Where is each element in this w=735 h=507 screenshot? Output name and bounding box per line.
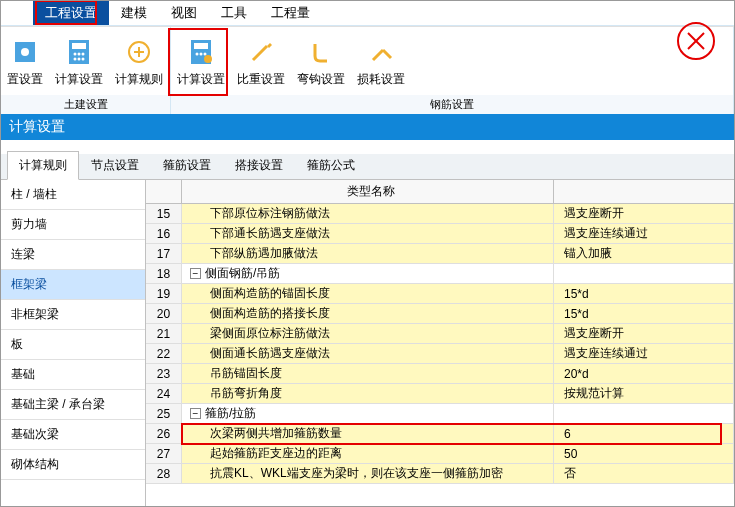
row-name: 吊筋弯折角度	[182, 384, 554, 403]
sidebar-item-foundation-main-beam[interactable]: 基础主梁 / 承台梁	[1, 390, 145, 420]
table-row[interactable]: 26次梁两侧共增加箍筋数量6	[146, 424, 734, 444]
row-value[interactable]: 50	[554, 444, 734, 463]
label: 损耗设置	[357, 71, 405, 88]
table-row[interactable]: 20侧面构造筋的搭接长度15*d	[146, 304, 734, 324]
row-value[interactable]: 遇支座断开	[554, 204, 734, 223]
table-row[interactable]: 25−箍筋/拉筋	[146, 404, 734, 424]
row-value[interactable]: 锚入加腋	[554, 244, 734, 263]
table-row[interactable]: 16下部通长筋遇支座做法遇支座连续通过	[146, 224, 734, 244]
table-row[interactable]: 17下部纵筋遇加腋做法锚入加腋	[146, 244, 734, 264]
label: 比重设置	[237, 71, 285, 88]
row-number: 15	[146, 204, 182, 223]
section-header: 计算设置	[1, 114, 734, 140]
rebar-calc-settings-button[interactable]: 计算设置	[171, 32, 231, 90]
grid-header: 类型名称	[146, 180, 734, 204]
table-row[interactable]: 23吊筋锚固长度20*d	[146, 364, 734, 384]
close-icon[interactable]	[676, 21, 716, 61]
ribbon: 置设置 计算设置 计算规则 土建设置 计算设置 比重设置	[1, 26, 734, 114]
menu-item-engineering-settings[interactable]: 工程设置	[33, 1, 109, 25]
row-value[interactable]: 遇支座连续通过	[554, 344, 734, 363]
row-number: 27	[146, 444, 182, 463]
row-number: 26	[146, 424, 182, 443]
tab-calc-rule[interactable]: 计算规则	[7, 151, 79, 180]
col-header-num	[146, 180, 182, 203]
menu-item-view[interactable]: 视图	[159, 1, 209, 25]
loss-settings-button[interactable]: 损耗设置	[351, 32, 411, 90]
sidebar-item-foundation[interactable]: 基础	[1, 360, 145, 390]
row-name: 下部原位标注钢筋做法	[182, 204, 554, 223]
row-name: 起始箍筋距支座边的距离	[182, 444, 554, 463]
row-value[interactable]: 遇支座连续通过	[554, 224, 734, 243]
row-name: 下部通长筋遇支座做法	[182, 224, 554, 243]
collapse-icon[interactable]: −	[190, 408, 201, 419]
svg-line-22	[253, 46, 267, 60]
weight-settings-button[interactable]: 比重设置	[231, 32, 291, 90]
settings-button[interactable]: 置设置	[1, 32, 49, 90]
sidebar-item-coupling-beam[interactable]: 连梁	[1, 240, 145, 270]
sidebar-item-masonry[interactable]: 砌体结构	[1, 450, 145, 480]
label: 计算设置	[55, 71, 103, 88]
menu-item-quantity[interactable]: 工程量	[259, 1, 322, 25]
row-value[interactable]: 15*d	[554, 284, 734, 303]
tabs: 计算规则 节点设置 箍筋设置 搭接设置 箍筋公式	[1, 154, 734, 180]
row-value[interactable]: 15*d	[554, 304, 734, 323]
svg-rect-17	[194, 43, 208, 49]
row-name: 侧面通长筋遇支座做法	[182, 344, 554, 363]
sidebar-item-frame-beam[interactable]: 框架梁	[1, 270, 145, 300]
label: 计算设置	[177, 71, 225, 88]
table-row[interactable]: 19侧面构造筋的锚固长度15*d	[146, 284, 734, 304]
label: 弯钩设置	[297, 71, 345, 88]
tab-lap-settings[interactable]: 搭接设置	[223, 151, 295, 180]
row-name: 吊筋锚固长度	[182, 364, 554, 383]
table-row[interactable]: 28抗震KL、WKL端支座为梁时，则在该支座一侧箍筋加密否	[146, 464, 734, 484]
col-header-name: 类型名称	[182, 180, 554, 203]
calc-settings-button[interactable]: 计算设置	[49, 32, 109, 90]
sidebar-item-foundation-secondary-beam[interactable]: 基础次梁	[1, 420, 145, 450]
row-value[interactable]	[554, 264, 734, 283]
row-name: 下部纵筋遇加腋做法	[182, 244, 554, 263]
table-row[interactable]: 22侧面通长筋遇支座做法遇支座连续通过	[146, 344, 734, 364]
row-value[interactable]: 否	[554, 464, 734, 483]
rule-icon	[123, 36, 155, 68]
row-name: −箍筋/拉筋	[182, 404, 554, 423]
col-header-value	[554, 180, 734, 203]
menu-item-tools[interactable]: 工具	[209, 1, 259, 25]
label: 置设置	[7, 71, 43, 88]
svg-line-24	[373, 50, 383, 60]
table-row[interactable]: 15下部原位标注钢筋做法遇支座断开	[146, 204, 734, 224]
hook-settings-button[interactable]: 弯钩设置	[291, 32, 351, 90]
table-row[interactable]: 24吊筋弯折角度按规范计算	[146, 384, 734, 404]
row-value[interactable]: 按规范计算	[554, 384, 734, 403]
content: 柱 / 墙柱 剪力墙 连梁 框架梁 非框架梁 板 基础 基础主梁 / 承台梁 基…	[1, 180, 734, 507]
loss-icon	[365, 36, 397, 68]
svg-point-20	[204, 53, 207, 56]
svg-point-19	[200, 53, 203, 56]
menu-item-modeling[interactable]: 建模	[109, 1, 159, 25]
tab-stirrup-formula[interactable]: 箍筋公式	[295, 151, 367, 180]
calc-icon	[63, 36, 95, 68]
sidebar-item-nonframe-beam[interactable]: 非框架梁	[1, 300, 145, 330]
sidebar: 柱 / 墙柱 剪力墙 连梁 框架梁 非框架梁 板 基础 基础主梁 / 承台梁 基…	[1, 180, 146, 507]
table-row[interactable]: 18−侧面钢筋/吊筋	[146, 264, 734, 284]
row-name: 抗震KL、WKL端支座为梁时，则在该支座一侧箍筋加密	[182, 464, 554, 483]
tab-stirrup-settings[interactable]: 箍筋设置	[151, 151, 223, 180]
table-row[interactable]: 27起始箍筋距支座边的距离50	[146, 444, 734, 464]
calc-rule-button[interactable]: 计算规则	[109, 32, 169, 90]
row-name: 次梁两侧共增加箍筋数量	[182, 424, 554, 443]
row-number: 23	[146, 364, 182, 383]
row-number: 19	[146, 284, 182, 303]
row-value[interactable]: 6	[554, 424, 734, 443]
row-value[interactable]	[554, 404, 734, 423]
svg-point-21	[204, 55, 212, 63]
collapse-icon[interactable]: −	[190, 268, 201, 279]
label: 计算规则	[115, 71, 163, 88]
row-name: 梁侧面原位标注筋做法	[182, 324, 554, 343]
sidebar-item-shearwall[interactable]: 剪力墙	[1, 210, 145, 240]
row-name: 侧面构造筋的锚固长度	[182, 284, 554, 303]
row-value[interactable]: 20*d	[554, 364, 734, 383]
row-value[interactable]: 遇支座断开	[554, 324, 734, 343]
table-row[interactable]: 21梁侧面原位标注筋做法遇支座断开	[146, 324, 734, 344]
sidebar-item-column[interactable]: 柱 / 墙柱	[1, 180, 145, 210]
tab-node-settings[interactable]: 节点设置	[79, 151, 151, 180]
sidebar-item-slab[interactable]: 板	[1, 330, 145, 360]
